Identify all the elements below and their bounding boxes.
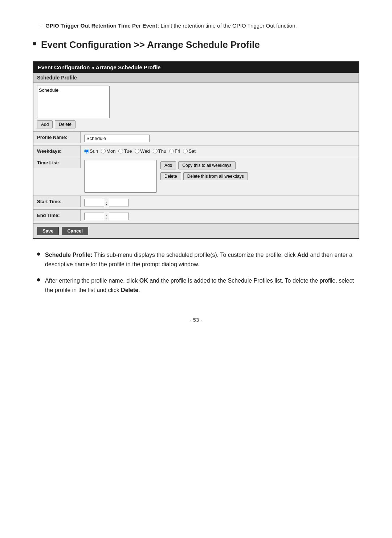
intro-section: - GPIO Trigger Out Retention Time Per Ev…	[33, 22, 359, 30]
profile-name-content	[81, 132, 359, 145]
weekdays-radio-group: Sun Mon Tue Wed Thu Fri Sat	[84, 148, 355, 154]
section-heading: ■ Event Configuration >> Arrange Schedul…	[33, 39, 359, 51]
time-list-label: Time List:	[33, 157, 81, 168]
copy-all-button[interactable]: Copy this to all weekdays	[178, 161, 235, 169]
end-time-inputs: :	[84, 213, 355, 220]
profile-name-input[interactable]	[84, 135, 150, 142]
day-sun-radio[interactable]	[84, 149, 89, 153]
bullet-text-1: Schedule Profile: This sub-menu displays…	[45, 250, 359, 269]
time-list-row: Time List: Add Copy this to all weekdays…	[33, 157, 359, 196]
bullet-item-1: ● Schedule Profile: This sub-menu displa…	[33, 250, 359, 269]
day-wed-label[interactable]: Wed	[135, 148, 150, 154]
schedule-list-row: Schedule Add Delete	[33, 83, 359, 132]
time-list-area: Add Copy this to all weekdays Delete Del…	[84, 160, 355, 193]
day-sat-label[interactable]: Sat	[183, 148, 196, 154]
end-time-label: End Time:	[33, 210, 81, 221]
day-tue-label[interactable]: Tue	[118, 148, 132, 154]
bullet-text-2: After entering the profile name, click O…	[45, 276, 359, 295]
schedule-listbox[interactable]: Schedule	[37, 86, 110, 118]
day-sun-label[interactable]: Sun	[84, 148, 98, 154]
section-title: Event Configuration >> Arrange Schedule …	[41, 39, 260, 51]
weekdays-label: Weekdays:	[33, 145, 81, 157]
start-min-input[interactable]	[109, 199, 129, 206]
save-cancel-row: Save Cancel	[33, 223, 359, 238]
start-time-content: :	[81, 196, 359, 209]
day-fri-label[interactable]: Fri	[169, 148, 180, 154]
end-hour-input[interactable]	[84, 213, 104, 220]
start-time-label: Start Time:	[33, 196, 81, 207]
section-bullet: ■	[33, 40, 37, 48]
day-mon-label[interactable]: Mon	[101, 148, 115, 154]
schedule-profile-section-label: Schedule Profile	[33, 73, 359, 83]
end-time-content: :	[81, 210, 359, 223]
delete-time-button[interactable]: Delete	[160, 172, 181, 180]
time-list-buttons: Add Copy this to all weekdays Delete Del…	[160, 161, 248, 180]
start-colon: :	[106, 200, 107, 206]
start-time-row: Start Time: :	[33, 196, 359, 210]
gpio-text: Limit the retention time of the GPIO Tri…	[159, 22, 297, 29]
dash: -	[40, 22, 42, 29]
bullet-2-ok: OK	[139, 278, 148, 284]
delete-time-row: Delete Delete this from all weekdays	[160, 172, 248, 180]
bullet-dot-1: ●	[36, 250, 41, 258]
start-hour-input[interactable]	[84, 199, 104, 206]
bullet-dot-2: ●	[36, 275, 41, 284]
bullet-1-label: Schedule Profile:	[45, 252, 93, 258]
event-config-panel: Event Configuration » Arrange Schedule P…	[33, 61, 359, 239]
bullet-list: ● Schedule Profile: This sub-menu displa…	[33, 250, 359, 295]
end-min-input[interactable]	[109, 213, 129, 220]
add-time-button[interactable]: Add	[160, 161, 176, 169]
day-thu-label[interactable]: Thu	[153, 148, 166, 154]
bullet-1-add: Add	[297, 252, 309, 258]
profile-name-row: Profile Name:	[33, 132, 359, 145]
delete-all-button[interactable]: Delete this from all weekdays	[183, 172, 248, 180]
add-schedule-button[interactable]: Add	[37, 120, 53, 128]
weekdays-content: Sun Mon Tue Wed Thu Fri Sat	[81, 145, 359, 157]
page-number: - 53 -	[33, 317, 359, 323]
end-colon: :	[106, 214, 107, 219]
day-fri-radio[interactable]	[169, 149, 174, 153]
save-button[interactable]: Save	[37, 227, 59, 235]
panel-header: Event Configuration » Arrange Schedule P…	[33, 62, 359, 73]
schedule-btn-row: Add Delete	[37, 120, 355, 128]
cancel-button[interactable]: Cancel	[62, 227, 88, 235]
add-time-row: Add Copy this to all weekdays	[160, 161, 248, 169]
end-time-row: End Time: :	[33, 210, 359, 223]
bullet-2-delete: Delete	[121, 287, 138, 293]
time-list-content: Add Copy this to all weekdays Delete Del…	[81, 157, 359, 196]
schedule-option[interactable]: Schedule	[39, 87, 108, 93]
time-listbox[interactable]	[84, 160, 157, 193]
day-sat-radio[interactable]	[183, 149, 188, 153]
gpio-label: GPIO Trigger Out Retention Time Per Even…	[45, 22, 159, 29]
bullet-item-2: ● After entering the profile name, click…	[33, 276, 359, 295]
day-tue-radio[interactable]	[118, 149, 123, 153]
weekdays-row: Weekdays: Sun Mon Tue Wed Thu Fri Sat	[33, 145, 359, 157]
schedule-list-content: Schedule Add Delete	[33, 83, 359, 131]
day-thu-radio[interactable]	[153, 149, 158, 153]
day-mon-radio[interactable]	[101, 149, 106, 153]
day-wed-radio[interactable]	[135, 149, 139, 153]
start-time-inputs: :	[84, 199, 355, 206]
profile-name-label: Profile Name:	[33, 132, 81, 143]
delete-schedule-button[interactable]: Delete	[55, 120, 75, 128]
